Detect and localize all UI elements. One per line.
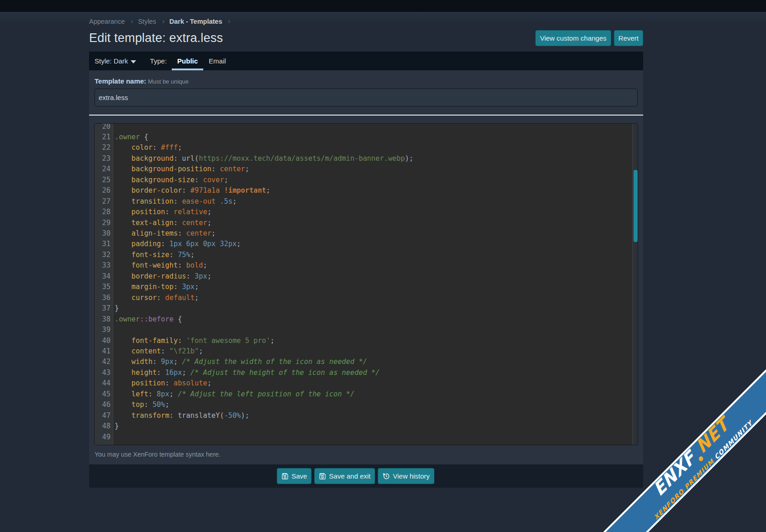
- editor-line-numbers: 2021222324252627282930313233343536373839…: [95, 124, 113, 445]
- breadcrumb: Appearance Styles Dark - Templates: [89, 18, 235, 25]
- code-line: border-radius: 3px;: [115, 271, 638, 282]
- breadcrumb-appearance[interactable]: Appearance: [89, 18, 125, 25]
- code-line: text-align: center;: [115, 218, 638, 228]
- code-line: }: [115, 303, 638, 314]
- view-custom-changes-button[interactable]: View custom changes: [535, 30, 611, 46]
- line-number: 44: [95, 378, 111, 389]
- code-editor[interactable]: 2021222324252627282930313233343536373839…: [94, 123, 638, 445]
- code-line: position: absolute;: [115, 378, 638, 389]
- line-number: 20: [95, 123, 111, 132]
- line-number: 34: [95, 271, 111, 282]
- line-number: 38: [95, 314, 111, 325]
- line-number: 23: [95, 153, 111, 164]
- code-line: transition: ease-out .5s;: [115, 196, 638, 207]
- code-line: background-size: cover;: [115, 175, 638, 185]
- line-number: 46: [95, 400, 111, 410]
- line-number: 27: [95, 196, 111, 207]
- template-name-hint: Must be unique: [148, 78, 189, 85]
- code-line: height: 16px; /* Adjust the height of th…: [115, 368, 638, 378]
- code-line: align-items: center;: [115, 228, 638, 239]
- revert-button[interactable]: Revert: [614, 30, 643, 46]
- tab-bar: Style: Dark Type: Public Email: [89, 52, 643, 70]
- syntax-hint-text: You may use XenForo template syntax here…: [89, 445, 643, 464]
- code-line: }: [115, 421, 638, 432]
- save-and-exit-button[interactable]: Save and exit: [314, 468, 375, 484]
- save-button[interactable]: Save: [277, 468, 312, 484]
- line-number: 35: [95, 282, 111, 292]
- code-line: [115, 123, 638, 132]
- code-line: [115, 325, 638, 335]
- footer-bar: Save Save and exit: [89, 464, 643, 488]
- floppy-save-icon: [281, 473, 289, 480]
- code-line: .owner {: [115, 132, 638, 142]
- template-name-input[interactable]: extra.less: [95, 89, 638, 106]
- code-line: [115, 432, 638, 442]
- code-line: background: url(https://moxx.tech/data/a…: [115, 153, 638, 164]
- editor-section: 2021222324252627282930313233343536373839…: [89, 116, 643, 445]
- line-number: 36: [95, 293, 111, 303]
- editor-scrollbar-track[interactable]: [632, 124, 638, 445]
- tab-public[interactable]: Public: [172, 52, 203, 70]
- page-title: Edit template: extra.less: [89, 31, 223, 45]
- code-line: width: 9px; /* Adjust the width of the i…: [115, 357, 638, 367]
- top-admin-bar: [0, 0, 766, 12]
- code-line: .owner::before {: [115, 314, 638, 325]
- header-actions: View custom changes Revert: [535, 30, 643, 46]
- line-number: 48: [95, 421, 111, 432]
- line-number: 30: [95, 228, 111, 239]
- line-number: 47: [95, 411, 111, 421]
- code-line: cursor: default;: [115, 293, 638, 303]
- code-line: content: "\f21b";: [115, 346, 638, 357]
- line-number: 49: [95, 432, 111, 442]
- template-name-label: Template name:: [95, 77, 146, 85]
- code-line: margin-top: 3px;: [115, 282, 638, 292]
- view-history-button[interactable]: View history: [378, 468, 434, 484]
- code-line: color: #fff;: [115, 142, 638, 153]
- code-line: position: relative;: [115, 207, 638, 217]
- floppy-save-icon: [319, 473, 326, 480]
- line-number: 41: [95, 346, 111, 357]
- chevron-down-icon: [131, 60, 136, 63]
- code-line: border-color: #971a1a !important;: [115, 185, 638, 196]
- chevron-right-icon: [227, 20, 230, 23]
- line-number: 29: [95, 218, 111, 228]
- line-number: 22: [95, 142, 111, 153]
- code-line: left: 8px; /* Adjust the left position o…: [115, 389, 638, 400]
- code-line: top: 50%;: [115, 400, 638, 410]
- code-line: font-size: 75%;: [115, 250, 638, 260]
- code-line: transform: translateY(-50%);: [115, 411, 638, 421]
- template-editor-block: Style: Dark Type: Public Email Template …: [89, 52, 643, 488]
- style-chooser-menu[interactable]: Style: Dark: [95, 52, 136, 70]
- type-label: Type:: [150, 52, 167, 70]
- style-chooser-label: Style: Dark: [95, 57, 128, 65]
- breadcrumb-styles[interactable]: Styles: [138, 18, 156, 25]
- line-number: 28: [95, 207, 111, 217]
- editor-code[interactable]: .owner { color: #fff; background: url(ht…: [113, 124, 638, 445]
- code-line: background-position: center;: [115, 164, 638, 174]
- template-name-section: Template name:Must be unique extra.less: [89, 70, 643, 115]
- line-number: 31: [95, 239, 111, 249]
- chevron-right-icon: [161, 20, 164, 23]
- line-number: 33: [95, 260, 111, 271]
- line-number: 24: [95, 164, 111, 174]
- code-line: font-weight: bold;: [115, 260, 638, 271]
- chevron-right-icon: [130, 20, 133, 23]
- code-line: font-family: 'font awesome 5 pro';: [115, 336, 638, 346]
- line-number: 42: [95, 357, 111, 367]
- line-number: 32: [95, 250, 111, 260]
- history-clock-icon: [382, 472, 390, 480]
- editor-scrollbar-thumb[interactable]: [634, 170, 638, 242]
- line-number: 43: [95, 368, 111, 378]
- line-number: 25: [95, 175, 111, 185]
- watermark-title: ENXF.NET: [651, 416, 735, 504]
- line-number: 45: [95, 389, 111, 400]
- line-number: 40: [95, 336, 111, 346]
- line-number: 39: [95, 325, 111, 335]
- line-number: 37: [95, 303, 111, 314]
- breadcrumb-dark-templates[interactable]: Dark - Templates: [169, 18, 222, 25]
- code-line: padding: 1px 6px 0px 32px;: [115, 239, 638, 249]
- line-number: 26: [95, 185, 111, 196]
- line-number: 21: [95, 132, 111, 142]
- tab-email[interactable]: Email: [203, 52, 232, 70]
